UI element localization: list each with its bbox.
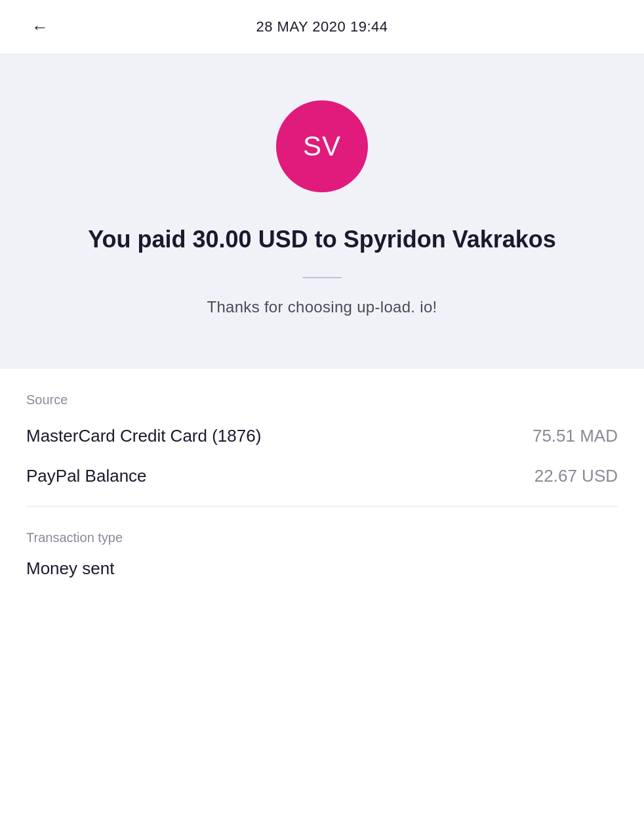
avatar: SV [276, 100, 368, 192]
source-group: Source MasterCard Credit Card (1876) 75.… [26, 369, 618, 507]
mastercard-amount: 75.51 MAD [533, 426, 618, 446]
source-label: Source [26, 392, 618, 408]
back-button[interactable]: ← [26, 12, 54, 43]
avatar-initials: SV [303, 131, 341, 162]
paypal-row: PayPal Balance 22.67 USD [26, 466, 618, 486]
mastercard-row: MasterCard Credit Card (1876) 75.51 MAD [26, 426, 618, 446]
payment-message: You paid 30.00 USD to Spyridon Vakrakos [88, 224, 556, 256]
hero-section: SV You paid 30.00 USD to Spyridon Vakrak… [0, 54, 644, 369]
back-arrow-icon: ← [31, 17, 49, 37]
header-timestamp: 28 MAY 2020 19:44 [256, 18, 388, 35]
transaction-type-label: Transaction type [26, 530, 618, 545]
thanks-message: Thanks for choosing up-load. io! [207, 298, 437, 316]
paypal-amount: 22.67 USD [534, 466, 618, 486]
details-section: Source MasterCard Credit Card (1876) 75.… [0, 369, 644, 605]
header: ← 28 MAY 2020 19:44 [0, 0, 644, 54]
divider [302, 277, 342, 278]
transaction-type-value: Money sent [26, 558, 618, 579]
mastercard-name: MasterCard Credit Card (1876) [26, 426, 261, 446]
transaction-type-section: Transaction type Money sent [26, 507, 618, 605]
paypal-name: PayPal Balance [26, 466, 147, 486]
